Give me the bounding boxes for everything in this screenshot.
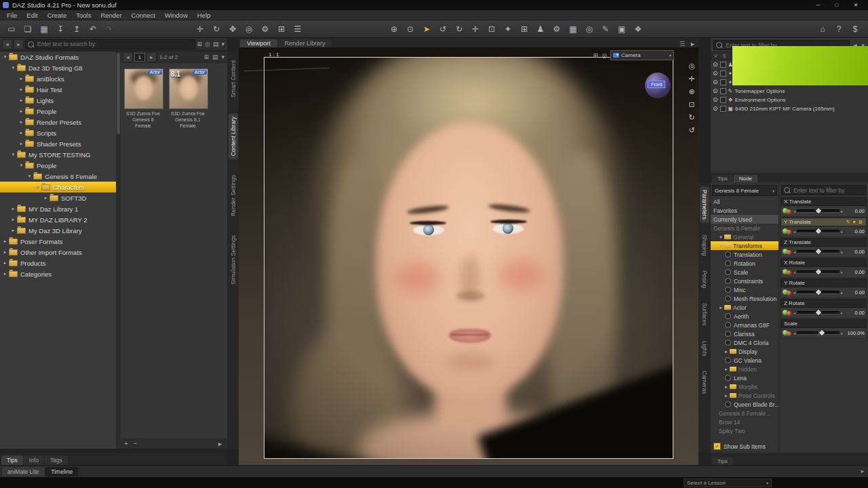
tree-item-characters[interactable]: ▼Characters (0, 182, 121, 192)
grid-toggle-tool[interactable]: ☰ (290, 22, 305, 36)
parameter-filter-input[interactable] (792, 186, 863, 195)
orbit-tool[interactable]: ↻ (452, 22, 467, 36)
nav-cube-front-label[interactable]: Front (648, 81, 665, 88)
pan-camera-icon[interactable]: ✛ (689, 75, 695, 83)
frame-tool[interactable]: ⊞ (517, 22, 532, 36)
export-tool[interactable]: ↥ (69, 22, 84, 36)
thumb-options-caret-icon[interactable]: ▾ (220, 54, 225, 60)
dock-tab-content-library[interactable]: Content Library (229, 113, 238, 159)
slider-track[interactable] (797, 331, 840, 335)
slider-track[interactable] (797, 311, 840, 314)
import-tool[interactable]: ↧ (53, 22, 68, 36)
asset-pane-arrow-icon[interactable]: ► (216, 441, 224, 447)
render-tool-tool[interactable]: ▣ (614, 22, 629, 36)
expand-arrow-icon[interactable]: ► (2, 250, 8, 254)
doc-tab-info[interactable]: Info (24, 455, 44, 465)
layout-tool-tool[interactable]: ▦ (566, 22, 580, 36)
aim-tool[interactable]: ✦ (500, 22, 515, 36)
slider-decrement-icon[interactable]: ◂ (793, 229, 795, 234)
option-radio-icon[interactable] (725, 278, 731, 284)
param-item-lena[interactable]: Lena (711, 373, 778, 382)
viewport-canvas[interactable]: 1 : 1 ⊞ ◎ Camera ▾ Front ◎✛⊕⊡↻↺ (239, 47, 698, 465)
zoom-out-button[interactable]: − (134, 441, 138, 447)
rotate-tool-tool[interactable]: ↻ (209, 22, 224, 36)
joint-editor-tool[interactable]: ⊕ (387, 22, 401, 36)
selection-checkbox-icon[interactable] (720, 88, 726, 94)
expand-arrow-icon[interactable]: ► (2, 272, 8, 276)
param-item-mesh-resolution[interactable]: Mesh Resolution (711, 294, 778, 303)
tree-item-daz-studio-formats[interactable]: ▼DAZ Studio Formats (0, 52, 121, 62)
open-file-tool[interactable]: ❏ (20, 22, 35, 36)
timeline-expand-icon[interactable]: ► (860, 468, 865, 474)
slider-handle[interactable] (815, 289, 821, 295)
collapse-arrow-icon[interactable]: ▼ (10, 152, 16, 157)
library-forward-button[interactable]: ► (14, 39, 24, 49)
param-item-genesis-8-female[interactable]: Genesis 8 Female (711, 224, 778, 232)
menu-help[interactable]: Help (193, 12, 216, 19)
redo-tool[interactable]: ↷ (102, 22, 117, 36)
param-item-translation[interactable]: Translation (711, 250, 778, 259)
dolly-camera-icon[interactable]: ⊕ (689, 88, 695, 96)
param-item-currently-used[interactable]: Currently Used (711, 215, 778, 224)
tree-item-my-daz-library-1[interactable]: ►MY Daz Library 1 (0, 203, 121, 214)
dock-tab-lights[interactable]: Lights (700, 338, 709, 360)
geometry-editor-tool[interactable]: ⊙ (403, 22, 418, 36)
tree-item-my-store-testing[interactable]: ▼My STORE TESTING (0, 149, 121, 160)
store-tool[interactable]: $ (848, 22, 863, 36)
page-next-button[interactable]: ► (146, 52, 157, 62)
slider-decrement-icon[interactable]: ◂ (793, 249, 795, 254)
lesson-selector[interactable]: Select a Lesson ▾ (684, 479, 772, 487)
draw-style-icon[interactable]: ◎ (601, 52, 607, 59)
option-radio-icon[interactable] (725, 251, 731, 258)
library-search-input[interactable] (36, 40, 193, 48)
param-item-hidden[interactable]: ►Hidden (711, 365, 778, 373)
asset-thumbnail[interactable]: Actor8.1S3D Zumra Foe Genesis 8.1 Female (169, 68, 207, 129)
close-button[interactable]: ✕ (846, 0, 865, 10)
selection-checkbox-icon[interactable] (720, 79, 726, 85)
tree-item-daz-3d-testing-g8[interactable]: ▼Daz 3D Testing G8 (0, 62, 121, 73)
undo-tool[interactable]: ↶ (85, 22, 100, 36)
slider-handle[interactable] (818, 330, 824, 336)
param-item-favorites[interactable]: Favorites (711, 206, 778, 215)
param-item-constraints[interactable]: Constraints (711, 277, 778, 285)
slider-increment-icon[interactable]: ▸ (841, 249, 843, 254)
tree-item-shader-presets[interactable]: ►Shader Presets (0, 138, 121, 149)
slider-handle[interactable] (815, 249, 821, 254)
tree-item-render-presets[interactable]: ►Render Presets (0, 117, 121, 127)
zoom-in-button[interactable]: + (124, 441, 128, 447)
thumb-size-grid-icon[interactable]: ⊞ (203, 54, 210, 60)
target-tool-tool[interactable]: ◎ (582, 22, 597, 36)
collapse-arrow-icon[interactable]: ▼ (2, 55, 8, 59)
render-options-icon[interactable]: ⊞ (593, 52, 599, 59)
param-item-morphs[interactable]: ►Morphs (711, 382, 778, 391)
selection-checkbox-icon[interactable] (720, 97, 726, 103)
option-radio-icon[interactable] (725, 269, 731, 275)
slider-increment-icon[interactable]: ▸ (841, 209, 843, 214)
tree-item-categories[interactable]: ►Categories (0, 268, 121, 279)
view-navigation-cube[interactable]: Front (644, 72, 671, 99)
param-item-gc-valeria[interactable]: GC Valeria (711, 356, 778, 365)
timeline-tab-timeline[interactable]: Timeline (45, 467, 78, 476)
figure-tool-tool[interactable]: ♟ (533, 22, 548, 36)
save-file-tool[interactable]: ▦ (37, 22, 52, 36)
dock-tab-smart-content[interactable]: Smart Content (229, 57, 238, 101)
param-item-genesis-8-female[interactable]: Genesis 8 Female... (711, 409, 778, 418)
library-back-button[interactable]: ◄ (2, 39, 12, 49)
param-item-rotation[interactable]: Rotation (711, 259, 778, 268)
page-previous-button[interactable]: ◄ (123, 52, 133, 62)
param-item-pose-controls[interactable]: ►Pose Controls (711, 391, 778, 400)
annotate-tool-tool[interactable]: ✎ (598, 22, 613, 36)
collapse-arrow-icon[interactable]: ▼ (10, 66, 16, 70)
menu-render[interactable]: Render (96, 12, 126, 19)
camera-selector[interactable]: Camera ▾ (610, 50, 674, 60)
param-item-clarissa[interactable]: Clarissa (711, 329, 778, 338)
tree-item-poser-formats[interactable]: ►Poser Formats (0, 236, 121, 247)
slider-handle[interactable] (815, 208, 821, 214)
visibility-eye-icon[interactable]: ⊙ (713, 62, 718, 68)
tree-item-my-daz-library-2[interactable]: ►MY DAZ LIBRARY 2 (0, 214, 121, 225)
expand-arrow-icon[interactable]: ► (724, 367, 730, 371)
visibility-eye-icon[interactable]: ⊙ (713, 106, 718, 112)
library-view-list-icon[interactable]: ▤ (212, 41, 220, 47)
slider-handle[interactable] (815, 228, 821, 234)
collapse-arrow-icon[interactable]: ▼ (35, 185, 41, 189)
